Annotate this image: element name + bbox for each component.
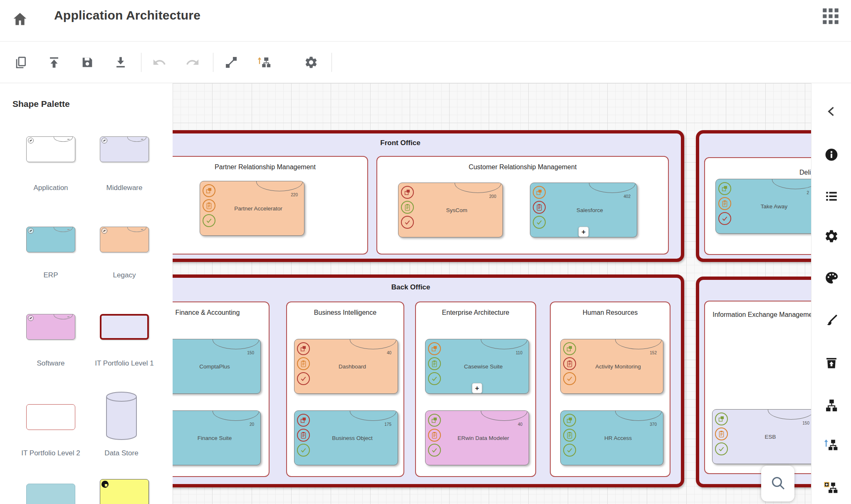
group-iem-inner[interactable]: Information Exchange Management150ESB (704, 301, 811, 474)
save-icon (80, 64, 94, 71)
status-copy-icon (533, 186, 546, 199)
status-icon-column (563, 414, 576, 457)
app-shape-casewise-suite[interactable]: 110Casewise Suite+ (425, 339, 529, 394)
palette-item-it-portfolio-level-2[interactable] (26, 404, 75, 430)
status-icon-column (428, 414, 441, 457)
expand-plus-button[interactable]: + (472, 383, 482, 393)
chevron-left-button[interactable] (824, 104, 840, 120)
container-front-office[interactable]: Front OfficePartner Relationship Managem… (173, 130, 684, 262)
status-copy-icon (297, 414, 310, 427)
copy-button[interactable] (14, 55, 28, 69)
redo-button[interactable] (186, 55, 200, 69)
group-crm[interactable]: Customer Relationship Management200SysCo… (376, 156, 669, 254)
data-store-shape (105, 391, 138, 441)
hierarchy-button[interactable] (824, 398, 840, 414)
app-shape-esb[interactable]: 150ESB (712, 409, 811, 464)
shape-badge-mark (141, 229, 143, 230)
palette-item-data-store[interactable] (105, 391, 138, 441)
settings-icon (304, 64, 318, 71)
app-shape-label: ERwin Data Modeler (440, 411, 526, 465)
apps-grid-icon (820, 21, 841, 28)
hierarchy-upload-icon (257, 64, 272, 71)
note-icon (101, 481, 109, 488)
download-button[interactable] (114, 55, 128, 69)
app-shape-dashboard[interactable]: 40Dashboard (294, 339, 398, 394)
diagram-canvas[interactable]: Front OfficePartner Relationship Managem… (173, 83, 811, 504)
container-iem[interactable]: Information Exchange Management150ESB (696, 277, 811, 487)
settings-button[interactable] (824, 229, 840, 245)
palette-item-erp[interactable] (26, 227, 75, 252)
group-bi[interactable]: Business Intelligence40Dashboard175Busin… (286, 301, 404, 477)
group-hr[interactable]: Human Resources152Activity Monitoring370… (550, 301, 670, 477)
brush-button[interactable] (824, 313, 840, 329)
status-icon-column (297, 342, 310, 385)
status-check-icon (428, 372, 441, 385)
group-prm[interactable]: Partner Relationship Management220Partne… (173, 156, 368, 254)
publish-button[interactable] (47, 55, 61, 69)
apps-grid-button[interactable] (820, 6, 844, 29)
app-shape-business-object[interactable]: 175Business Object (294, 410, 398, 465)
container-title-front-office: Front Office (173, 139, 681, 147)
trash-restore-icon (824, 364, 839, 371)
connector-button[interactable] (224, 55, 238, 69)
status-copy-icon (715, 413, 728, 425)
status-clipboard-icon (428, 357, 441, 370)
info-icon (824, 156, 839, 163)
app-shape-syscom[interactable]: 200SysCom (398, 183, 503, 237)
hierarchy-upload-button[interactable] (824, 437, 840, 453)
undo-button[interactable] (152, 55, 166, 69)
hierarchy-add-button[interactable] (824, 480, 840, 496)
status-clipboard-icon (297, 429, 310, 442)
save-button[interactable] (80, 55, 94, 69)
status-copy-icon (297, 342, 310, 355)
settings-icon (824, 238, 839, 245)
info-button[interactable] (824, 147, 840, 163)
list-button[interactable] (824, 189, 840, 205)
trash-restore-button[interactable] (824, 355, 840, 371)
palette-item-shape-8[interactable] (26, 484, 75, 504)
app-shape-finance-suite[interactable]: 20Finance Suite (173, 410, 261, 465)
palette-item-shape-9[interactable] (100, 479, 149, 504)
palette-item-middleware[interactable] (100, 136, 149, 162)
status-icon-column (428, 342, 441, 385)
palette-button[interactable] (824, 270, 840, 286)
expand-plus-button[interactable]: + (579, 227, 589, 237)
group-fa[interactable]: Finance & Accounting150ComptaPlus20Finan… (173, 301, 270, 477)
group-delivery-inner[interactable]: Deli2Take Away (704, 157, 811, 255)
app-shape-comptaplus[interactable]: 150ComptaPlus (173, 339, 261, 394)
status-copy-icon (428, 414, 441, 427)
download-icon (114, 64, 128, 71)
palette-item-label: Software (14, 358, 87, 368)
search-button[interactable] (761, 466, 794, 502)
app-shape-hr-access[interactable]: 370HR Access (560, 410, 663, 465)
app-shape-label: Activity Monitoring (576, 339, 661, 393)
container-back-office[interactable]: Back OfficeFinance & Accounting150Compta… (173, 274, 684, 487)
app-shape-erwin-data-modeler[interactable]: 40ERwin Data Modeler (425, 410, 529, 465)
palette-item-it-portfolio-level-1[interactable] (100, 314, 149, 340)
status-check-icon (563, 444, 576, 457)
status-copy-icon (563, 414, 576, 427)
app-shape-salesforce[interactable]: 402Salesforce+ (530, 183, 637, 237)
app-shape-partner-accelerator[interactable]: 220Partner Accelerator (200, 181, 304, 236)
status-clipboard-icon (401, 201, 414, 214)
container-delivery[interactable]: Deli2Take Away (696, 130, 811, 262)
palette-item-application[interactable] (26, 136, 75, 162)
app-shape-label: Salesforce (545, 183, 634, 237)
palette-item-legacy[interactable] (100, 227, 149, 252)
hierarchy-upload-button[interactable] (257, 55, 272, 69)
palette-item-software[interactable] (26, 314, 75, 340)
status-copy-icon (718, 182, 731, 195)
status-check-icon (715, 442, 728, 455)
group-title: Enterprise Architecture (416, 309, 535, 316)
home-button[interactable] (12, 11, 30, 29)
settings-button[interactable] (304, 55, 318, 69)
palette-shape (26, 404, 75, 430)
group-ea[interactable]: Enterprise Architecture110Casewise Suite… (415, 301, 536, 477)
undo-icon (152, 64, 166, 71)
app-shape-activity-monitoring[interactable]: 152Activity Monitoring (560, 339, 663, 394)
app-shape-take-away[interactable]: 2Take Away (715, 179, 811, 234)
palette-shape (100, 227, 149, 252)
shape-badge-tab (54, 314, 73, 319)
app-shape-label: Finance Suite (173, 411, 258, 465)
status-clipboard-icon (428, 429, 441, 442)
